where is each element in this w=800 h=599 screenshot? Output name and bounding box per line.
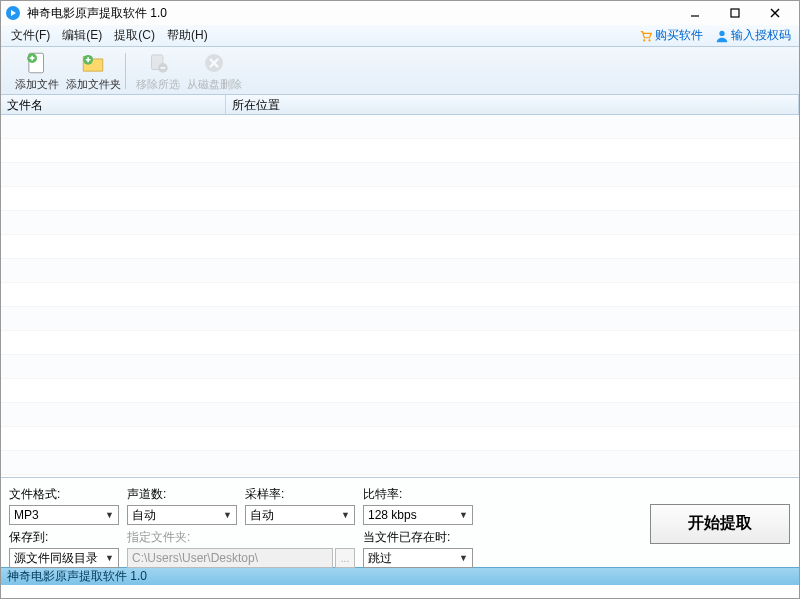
table-row xyxy=(1,163,799,187)
delete-from-disk-button: 从磁盘删除 xyxy=(186,48,242,94)
menubar: 文件(F) 编辑(E) 提取(C) 帮助(H) 购买软件 输入授权码 xyxy=(1,25,799,47)
remove-selected-button: 移除所选 xyxy=(130,48,186,94)
channels-combo[interactable]: 自动▼ xyxy=(127,505,237,525)
exists-label: 当文件已存在时: xyxy=(363,527,473,546)
window-title: 神奇电影原声提取软件 1.0 xyxy=(27,5,675,22)
start-extract-button[interactable]: 开始提取 xyxy=(650,504,790,544)
svg-point-6 xyxy=(648,39,650,41)
table-row xyxy=(1,331,799,355)
col-filename[interactable]: 文件名 xyxy=(1,95,226,114)
chevron-down-icon: ▼ xyxy=(105,510,114,520)
folder-path-input: C:\Users\User\Desktop\ xyxy=(127,548,333,568)
buy-software-link[interactable]: 购买软件 xyxy=(635,25,707,46)
bitrate-label: 比特率: xyxy=(363,484,473,503)
toolbar: 添加文件 添加文件夹 移除所选 从磁盘删除 xyxy=(1,47,799,95)
table-row xyxy=(1,187,799,211)
file-format-label: 文件格式: xyxy=(9,484,119,503)
table-row xyxy=(1,355,799,379)
table-row xyxy=(1,211,799,235)
sample-rate-combo[interactable]: 自动▼ xyxy=(245,505,355,525)
col-location[interactable]: 所在位置 xyxy=(226,95,799,114)
browse-button: ... xyxy=(335,548,355,568)
chevron-down-icon: ▼ xyxy=(223,510,232,520)
sample-rate-label: 采样率: xyxy=(245,484,355,503)
add-file-button[interactable]: 添加文件 xyxy=(9,48,65,94)
add-folder-label: 添加文件夹 xyxy=(66,77,121,92)
auth-code-link[interactable]: 输入授权码 xyxy=(711,25,795,46)
file-list[interactable] xyxy=(1,115,799,477)
folder-label: 指定文件夹: xyxy=(127,527,355,546)
add-file-icon xyxy=(24,50,50,76)
exists-combo[interactable]: 跳过▼ xyxy=(363,548,473,568)
add-file-label: 添加文件 xyxy=(15,77,59,92)
table-row xyxy=(1,283,799,307)
menu-file[interactable]: 文件(F) xyxy=(5,25,56,46)
app-icon xyxy=(5,5,21,21)
table-header: 文件名 所在位置 xyxy=(1,95,799,115)
menu-help[interactable]: 帮助(H) xyxy=(161,25,214,46)
table-row xyxy=(1,307,799,331)
settings-panel: 文件格式: 声道数: 采样率: 比特率: MP3▼ 自动▼ 自动▼ 128 kb… xyxy=(1,477,799,567)
channels-label: 声道数: xyxy=(127,484,237,503)
chevron-down-icon: ▼ xyxy=(459,510,468,520)
remove-icon xyxy=(145,50,171,76)
chevron-down-icon: ▼ xyxy=(459,553,468,563)
svg-rect-2 xyxy=(731,9,739,17)
menu-edit[interactable]: 编辑(E) xyxy=(56,25,108,46)
add-folder-icon xyxy=(80,50,106,76)
table-row xyxy=(1,403,799,427)
status-text: 神奇电影原声提取软件 1.0 xyxy=(7,568,147,585)
table-row xyxy=(1,259,799,283)
statusbar: 神奇电影原声提取软件 1.0 xyxy=(1,567,799,585)
titlebar: 神奇电影原声提取软件 1.0 xyxy=(1,1,799,25)
user-icon xyxy=(715,29,729,43)
svg-point-7 xyxy=(719,30,724,35)
minimize-button[interactable] xyxy=(675,3,715,23)
delete-disk-icon xyxy=(201,50,227,76)
table-row xyxy=(1,235,799,259)
maximize-button[interactable] xyxy=(715,3,755,23)
close-button[interactable] xyxy=(755,3,795,23)
delete-disk-label: 从磁盘删除 xyxy=(187,77,242,92)
chevron-down-icon: ▼ xyxy=(105,553,114,563)
svg-point-5 xyxy=(643,39,645,41)
save-to-label: 保存到: xyxy=(9,527,119,546)
menu-extract[interactable]: 提取(C) xyxy=(108,25,161,46)
file-format-combo[interactable]: MP3▼ xyxy=(9,505,119,525)
table-row xyxy=(1,427,799,451)
save-to-combo[interactable]: 源文件同级目录▼ xyxy=(9,548,119,568)
remove-label: 移除所选 xyxy=(136,77,180,92)
table-row xyxy=(1,139,799,163)
bitrate-combo[interactable]: 128 kbps▼ xyxy=(363,505,473,525)
auth-label: 输入授权码 xyxy=(731,27,791,44)
table-row xyxy=(1,451,799,475)
add-folder-button[interactable]: 添加文件夹 xyxy=(65,48,121,94)
toolbar-separator xyxy=(125,53,126,89)
cart-icon xyxy=(639,29,653,43)
chevron-down-icon: ▼ xyxy=(341,510,350,520)
buy-label: 购买软件 xyxy=(655,27,703,44)
table-row xyxy=(1,379,799,403)
table-row xyxy=(1,115,799,139)
